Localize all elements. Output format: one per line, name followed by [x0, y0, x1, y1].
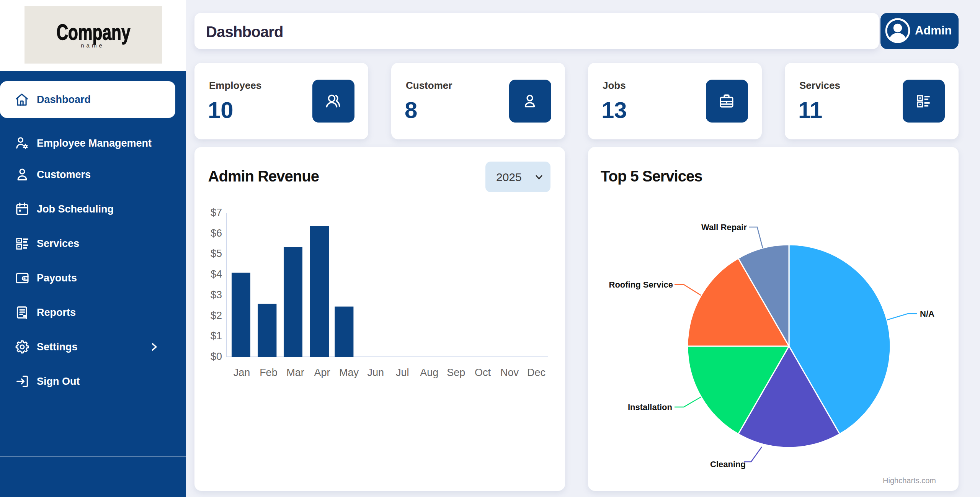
svg-text:Oct: Oct [475, 366, 491, 378]
svg-text:$0: $0 [211, 350, 222, 362]
svg-text:Aug: Aug [420, 366, 438, 378]
svg-text:Jul: Jul [396, 366, 409, 378]
svg-text:Roofing Service: Roofing Service [609, 280, 673, 289]
svg-text:Nov: Nov [500, 366, 519, 378]
svg-text:$6: $6 [211, 227, 222, 239]
svg-text:$4: $4 [211, 268, 222, 280]
svg-text:Dec: Dec [527, 366, 546, 378]
svg-text:Sep: Sep [447, 366, 465, 378]
svg-text:Mar: Mar [286, 366, 304, 378]
svg-text:$1: $1 [211, 330, 222, 341]
svg-text:N/A: N/A [920, 309, 934, 318]
svg-text:Feb: Feb [260, 366, 278, 378]
svg-text:$7: $7 [211, 206, 222, 218]
svg-text:$2: $2 [211, 309, 222, 321]
svg-text:May: May [339, 366, 359, 378]
svg-text:$5: $5 [211, 247, 222, 259]
svg-text:$3: $3 [211, 289, 222, 300]
svg-text:Wall Repair: Wall Repair [701, 222, 746, 232]
svg-text:Jun: Jun [367, 366, 384, 378]
svg-text:Jan: Jan [234, 366, 250, 378]
svg-text:Apr: Apr [314, 366, 330, 378]
svg-text:Highcharts.com: Highcharts.com [882, 476, 936, 484]
svg-text:Installation: Installation [627, 402, 672, 412]
svg-text:Cleaning: Cleaning [710, 459, 745, 469]
